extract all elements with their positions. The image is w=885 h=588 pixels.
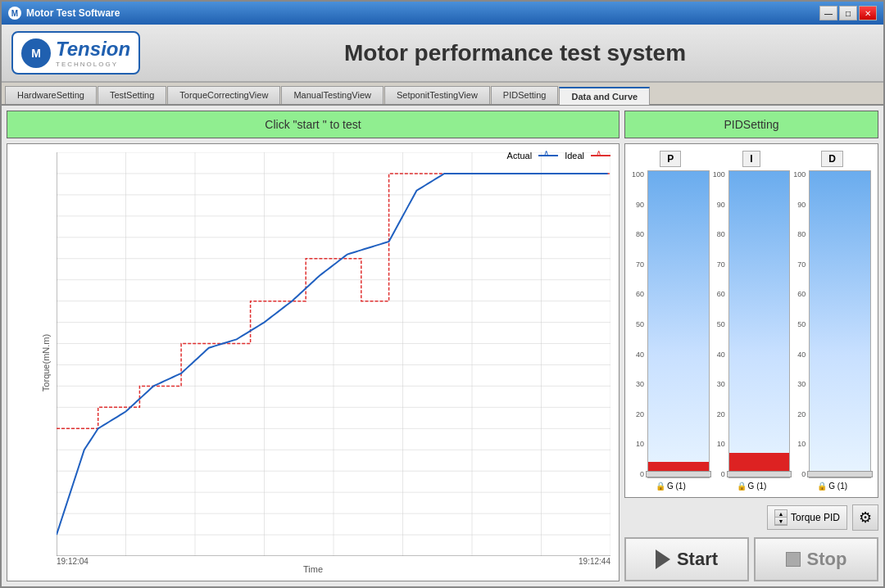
app-icon: M xyxy=(8,7,21,20)
main-window: M Motor Test Software — □ ✕ M Tension TE… xyxy=(0,0,885,588)
tab-manual[interactable]: ManualTestingView xyxy=(281,86,384,104)
start-stop-controls: Start Stop xyxy=(624,537,878,581)
p-bottom-label: G (1) xyxy=(667,482,686,491)
logo-text: Tension xyxy=(56,38,130,61)
i-slider-inner: 100 90 80 70 60 50 40 30 20 10 0 xyxy=(713,170,791,478)
x-axis-label: Time xyxy=(303,564,323,574)
logo-subtitle: TECHNOLOGY xyxy=(56,61,130,68)
d-slider-thumb[interactable] xyxy=(807,471,873,477)
legend-actual-label: Actual xyxy=(507,151,533,161)
spinner-up[interactable]: ▲ xyxy=(775,510,787,518)
d-slider-inner: 100 90 80 70 60 50 40 30 20 10 0 xyxy=(793,170,871,478)
maximize-button[interactable]: □ xyxy=(839,6,857,20)
d-bottom: 🔒 G (1) xyxy=(817,482,847,491)
i-scale: 100 90 80 70 60 50 40 30 20 10 0 xyxy=(713,170,727,478)
header-logo: M Tension TECHNOLOGY Motor performance t… xyxy=(2,25,883,83)
d-slider-group: D 100 90 80 70 60 50 40 30 20 10 xyxy=(793,151,871,491)
p-slider-track[interactable] xyxy=(647,170,710,478)
p-slider-group: P 100 90 80 70 60 50 40 30 20 10 xyxy=(632,151,710,491)
tab-hardware[interactable]: HardwareSetting xyxy=(5,86,97,104)
p-scale: 100 90 80 70 60 50 40 30 20 10 0 xyxy=(632,170,646,478)
torque-pid-spinner[interactable]: ▲ ▼ xyxy=(774,509,787,526)
chart-container: Actual Ideal Torque(mN.m) 19:12:04 19:12… xyxy=(7,143,620,581)
window-controls: — □ ✕ xyxy=(819,6,877,20)
title-bar: M Motor Test Software — □ ✕ xyxy=(2,2,883,25)
legend-actual-line xyxy=(538,155,558,156)
d-bottom-label: G (1) xyxy=(828,482,847,491)
time-end-label: 19:12:44 xyxy=(579,557,610,566)
i-slider-thumb[interactable] xyxy=(727,471,792,477)
stop-label: Stop xyxy=(807,549,847,570)
minimize-button[interactable]: — xyxy=(819,6,837,20)
logo-letter: M xyxy=(31,47,41,60)
i-slider-track[interactable] xyxy=(728,170,791,478)
status-bar: Click "start " to test xyxy=(7,111,620,138)
i-label: I xyxy=(742,151,760,167)
start-arrow-icon xyxy=(656,550,670,569)
p-bottom: 🔒 G (1) xyxy=(656,482,686,491)
stop-square-icon xyxy=(786,552,801,567)
y-axis-label: Torque(mN.m) xyxy=(41,333,51,391)
app-title: Motor performance test system xyxy=(157,40,874,66)
i-slider-group: I 100 90 80 70 60 50 40 30 20 10 xyxy=(713,151,791,491)
legend-ideal-label: Ideal xyxy=(565,151,584,161)
i-slider-fill xyxy=(729,453,790,477)
tab-torque[interactable]: TorqueCorrectingView xyxy=(167,86,280,104)
pid-header: PIDSetting xyxy=(624,111,878,138)
right-panel: PIDSetting P 100 90 80 70 60 50 40 xyxy=(624,111,878,581)
tab-data[interactable]: Data and Curve xyxy=(559,87,650,105)
left-panel: Click "start " to test Actual Ideal Torq… xyxy=(7,111,620,581)
torque-pid-button[interactable]: ▲ ▼ Torque PID xyxy=(767,505,847,530)
window-title: Motor Test Software xyxy=(26,7,815,19)
d-scale: 100 90 80 70 60 50 40 30 20 10 0 xyxy=(793,170,807,478)
stop-button[interactable]: Stop xyxy=(754,537,878,581)
pid-sliders-container: P 100 90 80 70 60 50 40 30 20 10 xyxy=(624,143,878,498)
time-start-label: 19:12:04 xyxy=(57,557,88,566)
legend-ideal-line xyxy=(591,155,610,156)
p-label: P xyxy=(660,151,681,167)
tab-test[interactable]: TestSetting xyxy=(98,86,166,104)
chart-canvas xyxy=(57,152,610,556)
p-slider-thumb[interactable] xyxy=(646,471,711,477)
logo-box: M Tension TECHNOLOGY xyxy=(11,31,140,75)
p-slider-inner: 100 90 80 70 60 50 40 30 20 10 0 xyxy=(632,170,710,478)
logo-text-group: Tension TECHNOLOGY xyxy=(56,38,130,68)
d-slider-track[interactable] xyxy=(809,170,871,478)
i-bottom: 🔒 G (1) xyxy=(737,482,767,491)
p-slider-fill xyxy=(648,462,709,477)
start-button[interactable]: Start xyxy=(624,537,749,581)
settings-button[interactable]: ⚙ xyxy=(852,504,878,531)
d-label: D xyxy=(821,151,843,167)
close-button[interactable]: ✕ xyxy=(859,6,877,20)
chart-legend: Actual Ideal xyxy=(507,151,610,161)
tab-setpoint[interactable]: SetponitTestingView xyxy=(384,86,490,104)
main-content: Click "start " to test Actual Ideal Torq… xyxy=(2,106,883,586)
tab-pid[interactable]: PIDSetting xyxy=(491,86,559,104)
torque-pid-label: Torque PID xyxy=(791,512,840,523)
spinner-down[interactable]: ▼ xyxy=(775,518,787,525)
pid-controls: ▲ ▼ Torque PID ⚙ xyxy=(624,503,878,532)
i-bottom-label: G (1) xyxy=(748,482,767,491)
start-label: Start xyxy=(677,549,718,570)
tab-bar: HardwareSetting TestSetting TorqueCorrec… xyxy=(2,83,883,106)
logo-icon: M xyxy=(21,38,51,68)
